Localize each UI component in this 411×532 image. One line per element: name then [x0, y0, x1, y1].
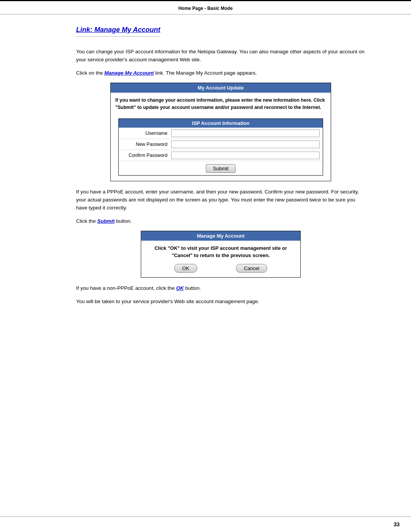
- page-footer: 33: [0, 516, 411, 532]
- new-password-row: New Password: [119, 139, 323, 150]
- isp-account-header: ISP Account Information: [119, 119, 323, 128]
- manage-account-body: Click "OK" to visit your ISP account man…: [141, 241, 300, 277]
- isp-table-wrapper: ISP Account Information Username New Pas…: [111, 115, 331, 181]
- submit-button[interactable]: Submit: [206, 164, 236, 173]
- manage-my-account-link[interactable]: Manage My Account: [104, 70, 154, 76]
- my-account-update-table: My Account Update If you want to change …: [110, 83, 331, 182]
- header-title: Home Page - Basic Mode: [178, 6, 233, 11]
- manage-account-table: Manage My Account Click "OK" to visit yo…: [141, 231, 301, 278]
- click-instruction-prefix: Click on the: [76, 70, 104, 76]
- my-account-update-header: My Account Update: [111, 83, 331, 93]
- username-label: Username: [122, 131, 171, 136]
- confirm-password-row: Confirm Password: [119, 150, 323, 161]
- main-content: Link: Manage My Account You can change y…: [0, 14, 411, 516]
- manage-account-header: Manage My Account: [141, 231, 300, 241]
- manage-account-buttons: OK Cancel: [147, 264, 294, 273]
- intro-paragraph: You can change your ISP account informat…: [76, 48, 365, 64]
- ok-button[interactable]: OK: [174, 264, 198, 273]
- non-pppoe-suffix: button.: [184, 285, 201, 291]
- non-pppoe-prefix: If you have a non-PPPoE account, click t…: [76, 285, 176, 291]
- confirm-password-input[interactable]: [171, 152, 320, 159]
- new-password-label: New Password: [122, 142, 171, 147]
- click-submit-suffix: button.: [115, 218, 132, 224]
- final-paragraph: You will be taken to your service provid…: [76, 298, 365, 306]
- page-header: Home Page - Basic Mode: [0, 1, 411, 14]
- submit-row: Submit: [119, 161, 323, 175]
- confirm-password-label: Confirm Password: [122, 153, 171, 158]
- submit-link[interactable]: Submit: [97, 218, 115, 224]
- click-submit-prefix: Click the: [76, 218, 97, 224]
- click-submit-instruction: Click the Submit button.: [76, 217, 365, 225]
- page-wrapper: Home Page - Basic Mode Link: Manage My A…: [0, 0, 411, 532]
- section-heading: Link: Manage My Account: [76, 26, 160, 37]
- pppoe-paragraph: If you have a PPPoE account, enter your …: [76, 188, 365, 212]
- ok-link[interactable]: OK: [176, 285, 184, 291]
- new-password-input[interactable]: [171, 141, 320, 148]
- isp-account-table: ISP Account Information Username New Pas…: [118, 118, 323, 176]
- cancel-button[interactable]: Cancel: [236, 264, 267, 273]
- page-number: 33: [393, 521, 400, 527]
- click-instruction: Click on the Manage My Account link. The…: [76, 69, 365, 77]
- click-instruction-suffix: link. The Manage My Account page appears…: [154, 70, 257, 76]
- my-account-notice: If you want to change your account infor…: [111, 93, 331, 115]
- username-row: Username: [119, 128, 323, 139]
- username-input[interactable]: [171, 129, 320, 137]
- manage-account-text: Click "OK" to visit your ISP account man…: [147, 244, 294, 259]
- section-heading-wrapper: Link: Manage My Account: [76, 26, 365, 43]
- non-pppoe-paragraph: If you have a non-PPPoE account, click t…: [76, 284, 365, 292]
